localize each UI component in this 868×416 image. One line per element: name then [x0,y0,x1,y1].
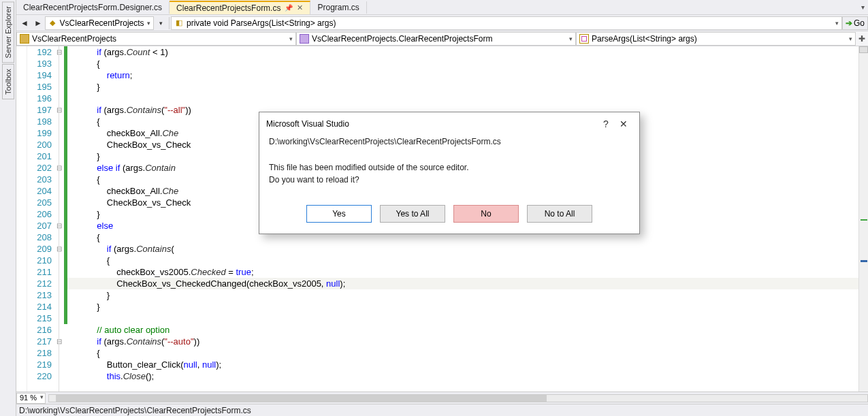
code-line[interactable]: return; [67,69,858,81]
fold-toggle [54,231,64,243]
document-tabs: ClearRecentProjectsForm.Designer.cs Clea… [16,0,868,15]
code-line[interactable]: if (args.Contains( [67,243,858,255]
tab-program-cs[interactable]: Program.cs [310,1,366,14]
dialog-file-path: D:\working\VsClearRecentProjects\ClearRe… [269,137,630,146]
line-number: 206 [27,208,52,220]
pin-icon[interactable]: 📌 [285,4,293,12]
dialog-help-button[interactable]: ? [597,118,615,129]
line-number: 201 [27,150,52,162]
fold-toggle [54,347,64,359]
no-button[interactable]: No [453,205,519,223]
code-line[interactable]: if (args.Contains("--auto")) [67,336,858,347]
code-line[interactable]: { [67,255,858,266]
class-text: VsClearRecentProjects.ClearRecentProject… [312,34,492,44]
horizontal-scrollbar[interactable] [48,394,868,402]
line-number: 202 [27,162,52,174]
server-explorer-tab[interactable]: Server Explorer [2,1,14,63]
fold-toggle [54,208,64,220]
class-dropdown[interactable]: VsClearRecentProjects.ClearRecentProject… [296,32,576,46]
scope-history-dropdown[interactable]: ▾ [154,16,167,30]
namespace-dropdown[interactable]: VsClearRecentProjects ▾ [16,32,296,46]
fold-toggle [54,150,64,162]
fold-toggle[interactable]: ⊟ [54,220,64,231]
toolbox-tab[interactable]: Toolbox [2,64,14,99]
code-line[interactable]: if (args.Count < 1) [67,46,858,58]
fold-toggle [54,174,64,185]
go-button[interactable]: ➔ Go [842,16,868,30]
fold-toggle[interactable]: ⊟ [54,336,64,347]
status-bar: D:\working\VsClearRecentProjects\ClearRe… [16,404,868,416]
dialog-message-1: This file has been modified outside of t… [269,161,630,174]
line-number: 219 [27,359,52,370]
line-number: 210 [27,255,52,266]
tab-form-cs[interactable]: ClearRecentProjectsForm.cs 📌 ✕ [170,1,310,14]
fold-toggle [54,69,64,81]
code-line[interactable]: CheckBox_vs_CheckedChanged(checkBox_vs20… [67,278,858,289]
nav-forward-button[interactable]: ► [31,16,45,30]
namespace-icon [20,34,29,44]
line-number: 204 [27,185,52,197]
horizontal-split-handle[interactable] [859,46,868,53]
code-line[interactable]: this.Close(); [67,370,858,382]
line-number: 208 [27,231,52,243]
fold-toggle[interactable]: ⊟ [54,162,64,174]
code-line[interactable]: } [67,289,858,301]
fold-toggle [54,278,64,289]
zoom-combo[interactable]: 91 % [16,393,46,404]
method-dropdown[interactable]: ParseArgs(List<String> args) ▾ [576,32,856,46]
code-line[interactable]: Button_clear_Click(null, null); [67,359,858,370]
fold-toggle [54,301,64,313]
line-number: 195 [27,81,52,93]
line-number: 194 [27,69,52,81]
split-view-button[interactable]: ✚ [856,34,868,44]
code-line[interactable]: } [67,301,858,313]
scroll-ruler[interactable] [858,46,868,391]
fold-toggle [54,197,64,208]
tab-label: ClearRecentProjectsForm.cs [176,3,280,13]
close-icon[interactable]: ✕ [297,3,303,12]
dialog-close-button[interactable]: ✕ [615,118,632,129]
line-number: 212 [27,278,52,289]
code-line[interactable]: checkBox_vs2005.Checked = true; [67,266,858,278]
editor-footer: 91 % [16,391,868,404]
line-number: 203 [27,174,52,185]
line-number: 220 [27,370,52,382]
code-line[interactable] [67,93,858,104]
code-line[interactable]: { [67,58,858,69]
nav-back-button[interactable]: ◄ [18,16,31,30]
line-number: 199 [27,127,52,139]
fold-toggle [54,185,64,197]
code-line[interactable]: // auto clear option [67,324,858,336]
chevron-down-icon: ▾ [835,20,839,27]
code-line[interactable] [67,313,858,324]
fold-toggle [54,127,64,139]
line-number: 196 [27,93,52,104]
code-line[interactable]: { [67,347,858,359]
no-to-all-button[interactable]: No to All [527,205,592,223]
yes-button[interactable]: Yes [306,205,372,223]
member-combo-text: private void ParseArgs(List<String> args… [187,18,336,28]
fold-toggle [54,324,64,336]
scope-combo[interactable]: ◆ VsClearRecentProjects.Cl ▾ [45,16,154,30]
folding-gutter[interactable]: ⊟⊟⊟⊟⊟⊟ [54,46,64,391]
tab-designer-cs[interactable]: ClearRecentProjectsForm.Designer.cs [16,1,170,14]
tab-label: Program.cs [317,3,359,12]
fold-toggle [54,266,64,278]
dialog-title: Microsoft Visual Studio [266,119,349,129]
context-dropdowns: VsClearRecentProjects ▾ VsClearRecentPro… [16,31,868,46]
member-combo[interactable]: ◧ private void ParseArgs(List<String> ar… [171,16,842,30]
tab-overflow-dropdown[interactable]: ▾ [857,3,868,11]
method-text: ParseArgs(List<String> args) [592,34,697,44]
line-number: 218 [27,347,52,359]
namespace-text: VsClearRecentProjects [32,34,116,44]
line-number: 198 [27,116,52,127]
yes-to-all-button[interactable]: Yes to All [380,205,445,223]
line-number: 216 [27,324,52,336]
status-path: D:\working\VsClearRecentProjects\ClearRe… [19,406,251,415]
fold-toggle[interactable]: ⊟ [54,243,64,255]
line-number: 207 [27,220,52,231]
fold-toggle[interactable]: ⊟ [54,104,64,116]
fold-toggle[interactable]: ⊟ [54,46,64,58]
code-line[interactable]: } [67,81,858,93]
line-number: 213 [27,289,52,301]
